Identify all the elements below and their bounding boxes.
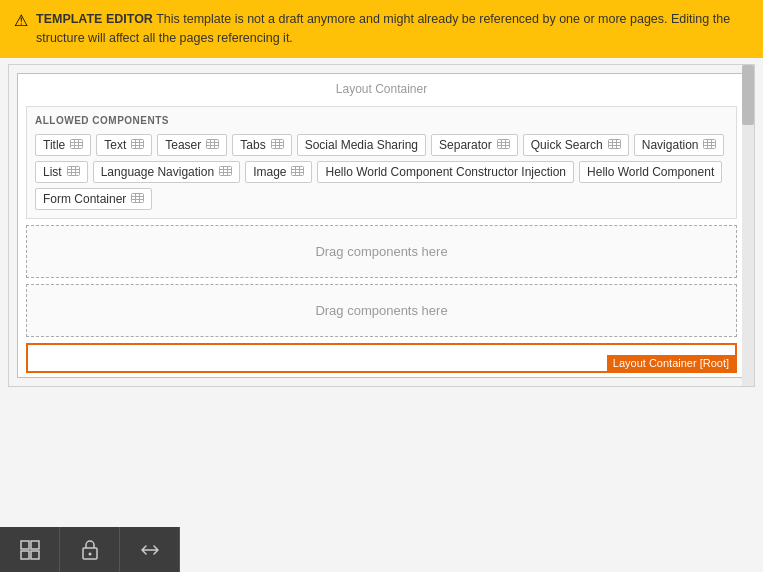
component-tag-language-navigation[interactable]: Language Navigation: [93, 161, 240, 183]
layout-container: Layout Container ALLOWED COMPONENTS Titl…: [17, 73, 746, 378]
svg-rect-25: [608, 139, 620, 148]
component-tag-separator[interactable]: Separator: [431, 134, 518, 156]
toolbar-btn-move[interactable]: [120, 527, 180, 572]
svg-rect-10: [207, 139, 219, 148]
svg-rect-30: [704, 139, 716, 148]
root-label: Layout Container [Root]: [607, 355, 735, 371]
allowed-components-section: ALLOWED COMPONENTS TitleTextTeaserTabsSo…: [26, 106, 737, 219]
drag-zone-1-label: Drag components here: [315, 244, 447, 259]
toolbar-btn-layout[interactable]: [0, 527, 60, 572]
component-config-icon-tabs: [271, 138, 284, 152]
component-tag-tabs[interactable]: Tabs: [232, 134, 291, 156]
layout-icon: [19, 539, 41, 561]
svg-rect-20: [497, 139, 509, 148]
svg-rect-5: [132, 139, 144, 148]
svg-rect-15: [271, 139, 283, 148]
component-config-icon-form-container: [131, 192, 144, 206]
component-tag-hello-world[interactable]: Hello World Component: [579, 161, 722, 183]
bottom-toolbar: [0, 527, 180, 572]
component-label-tabs: Tabs: [240, 138, 265, 152]
move-icon: [139, 541, 161, 559]
svg-rect-0: [71, 139, 83, 148]
component-label-language-navigation: Language Navigation: [101, 165, 214, 179]
warning-icon: ⚠: [14, 11, 28, 30]
component-label-navigation: Navigation: [642, 138, 699, 152]
bottom-zone: Layout Container [Root]: [26, 343, 737, 373]
component-label-form-container: Form Container: [43, 192, 126, 206]
component-tag-list[interactable]: List: [35, 161, 88, 183]
component-tag-quick-search[interactable]: Quick Search: [523, 134, 629, 156]
allowed-components-title: ALLOWED COMPONENTS: [35, 115, 728, 126]
svg-rect-40: [220, 166, 232, 175]
drag-zone-1[interactable]: Drag components here: [26, 225, 737, 278]
component-tag-social-media-sharing[interactable]: Social Media Sharing: [297, 134, 426, 156]
component-config-icon-quick-search: [608, 138, 621, 152]
svg-rect-35: [67, 166, 79, 175]
component-tag-title[interactable]: Title: [35, 134, 91, 156]
component-tag-navigation[interactable]: Navigation: [634, 134, 725, 156]
component-tag-image[interactable]: Image: [245, 161, 312, 183]
component-label-teaser: Teaser: [165, 138, 201, 152]
component-label-quick-search: Quick Search: [531, 138, 603, 152]
svg-rect-50: [132, 193, 144, 202]
svg-rect-58: [31, 551, 39, 559]
component-config-icon-separator: [497, 138, 510, 152]
component-tags-list: TitleTextTeaserTabsSocial Media SharingS…: [35, 134, 728, 210]
component-config-icon-teaser: [206, 138, 219, 152]
component-label-social-media-sharing: Social Media Sharing: [305, 138, 418, 152]
warning-prefix: TEMPLATE EDITOR: [36, 12, 153, 26]
component-label-title: Title: [43, 138, 65, 152]
svg-rect-57: [21, 551, 29, 559]
lock-icon: [81, 539, 99, 561]
component-label-text: Text: [104, 138, 126, 152]
svg-rect-55: [21, 541, 29, 549]
svg-point-60: [88, 552, 91, 555]
drag-zone-2-label: Drag components here: [315, 303, 447, 318]
editor-area: Layout Container ALLOWED COMPONENTS Titl…: [8, 64, 755, 387]
component-label-separator: Separator: [439, 138, 492, 152]
component-label-list: List: [43, 165, 62, 179]
component-label-hello-world: Hello World Component: [587, 165, 714, 179]
component-label-hello-world-ci: Hello World Component Constructor Inject…: [325, 165, 566, 179]
toolbar-btn-lock[interactable]: [60, 527, 120, 572]
drag-zone-2[interactable]: Drag components here: [26, 284, 737, 337]
component-config-icon-language-navigation: [219, 165, 232, 179]
warning-text: TEMPLATE EDITOR This template is not a d…: [36, 10, 749, 48]
warning-banner: ⚠ TEMPLATE EDITOR This template is not a…: [0, 0, 763, 58]
component-config-icon-image: [291, 165, 304, 179]
component-config-icon-text: [131, 138, 144, 152]
component-config-icon-title: [70, 138, 83, 152]
component-tag-hello-world-ci[interactable]: Hello World Component Constructor Inject…: [317, 161, 574, 183]
component-tag-form-container[interactable]: Form Container: [35, 188, 152, 210]
component-config-icon-navigation: [703, 138, 716, 152]
scrollbar-thumb[interactable]: [742, 65, 754, 125]
svg-rect-45: [292, 166, 304, 175]
layout-container-label: Layout Container: [18, 74, 745, 100]
component-label-image: Image: [253, 165, 286, 179]
component-tag-teaser[interactable]: Teaser: [157, 134, 227, 156]
component-config-icon-list: [67, 165, 80, 179]
svg-rect-56: [31, 541, 39, 549]
scrollbar-track[interactable]: [742, 65, 754, 386]
component-tag-text[interactable]: Text: [96, 134, 152, 156]
